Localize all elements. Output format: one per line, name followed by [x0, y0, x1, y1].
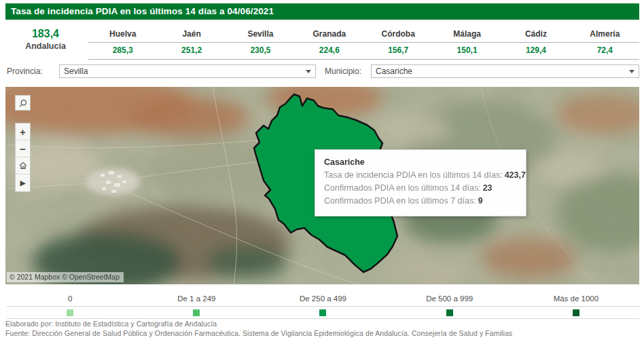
tooltip-value: 9 — [478, 196, 483, 206]
municipio-selected-value: Casariche — [376, 66, 625, 76]
search-icon — [18, 98, 28, 108]
province-header: Almería — [571, 27, 639, 43]
province-value: 156,7 — [364, 43, 433, 60]
province-header: Cádiz — [501, 27, 570, 43]
legend: 0 De 1 a 249 De 250 a 499 De 500 a 999 M… — [7, 292, 639, 319]
municipio-dropdown[interactable]: Casariche — [371, 64, 639, 78]
home-button[interactable] — [16, 157, 30, 174]
chevron-down-icon — [629, 70, 634, 73]
tooltip-row: Tasa de incidencia PDIA en los últimos 1… — [324, 169, 517, 182]
page-title: Tasa de incidencia PDIA en los últimos 1… — [5, 3, 639, 20]
legend-swatches — [7, 307, 639, 319]
andalucia-total-value: 183,4 — [5, 27, 86, 41]
province-value: 285,3 — [88, 43, 157, 60]
map-tooltip: Casariche Tasa de incidencia PDIA en los… — [315, 149, 526, 216]
footer: Elaborado por: Instituto de Estadística … — [5, 319, 639, 338]
tooltip-title: Casariche — [324, 157, 517, 167]
chevron-down-icon — [306, 70, 311, 73]
province-header: Sevilla — [226, 27, 295, 43]
zoom-in-icon: + — [20, 126, 26, 138]
province-value: 129,4 — [501, 43, 570, 60]
tooltip-label: Confirmados PDIA en los últimos 14 días: — [324, 183, 481, 193]
tooltip-label: Tasa de incidencia PDIA en los últimos 1… — [324, 170, 503, 180]
zoom-out-icon: − — [20, 143, 26, 155]
zoom-out-button[interactable]: − — [16, 140, 30, 157]
province-value: 72,4 — [571, 43, 639, 60]
legend-label: De 1 a 249 — [133, 292, 260, 306]
provincia-dropdown[interactable]: Sevilla — [59, 64, 316, 78]
andalucia-total-label: Andalucía — [5, 41, 86, 52]
province-value: 230,5 — [226, 43, 295, 60]
tooltip-row: Confirmados PDIA en los últimos 14 días:… — [324, 182, 517, 195]
legend-label: De 250 a 499 — [260, 292, 386, 306]
province-value: 150,1 — [433, 43, 501, 60]
legend-swatch[interactable] — [573, 309, 579, 316]
provincia-selected-value: Sevilla — [64, 66, 302, 76]
province-value: 224,6 — [295, 43, 363, 60]
map-control-group: + − ▶ — [15, 123, 31, 192]
home-icon — [18, 161, 28, 170]
legend-label: 0 — [7, 292, 133, 306]
legend-labels: 0 De 1 a 249 De 250 a 499 De 500 a 999 M… — [7, 292, 639, 307]
tooltip-label: Confirmados PDIA en los últimos 7 días: — [324, 196, 476, 206]
legend-swatch[interactable] — [319, 309, 326, 316]
province-header: Málaga — [433, 27, 501, 43]
provincia-label: Provincia: — [7, 66, 43, 76]
footer-elaborado: Elaborado por: Instituto de Estadística … — [5, 319, 639, 328]
province-value: 251,2 — [157, 43, 226, 60]
pan-right-icon: ▶ — [20, 179, 26, 187]
zoom-in-button[interactable]: + — [16, 124, 30, 140]
province-header: Huelva — [88, 27, 157, 43]
province-header: Jaén — [157, 27, 226, 43]
map-canvas[interactable]: + − ▶ Casariche Tasa de incidencia PDIA … — [5, 87, 639, 284]
province-table: Huelva Jaén Sevilla Granada Córdoba Mála… — [88, 27, 639, 60]
legend-swatch[interactable] — [67, 309, 73, 316]
province-header: Granada — [295, 27, 363, 43]
municipio-label: Municipio: — [325, 66, 361, 76]
legend-label: Más de 1000 — [513, 292, 639, 306]
pan-button[interactable]: ▶ — [16, 174, 30, 191]
map-search-button[interactable] — [15, 95, 31, 111]
tooltip-value: 23 — [483, 183, 493, 193]
map-attribution[interactable]: © 2021 Mapbox © OpenStreetMap — [7, 272, 124, 282]
legend-swatch[interactable] — [193, 309, 200, 316]
dashboard: Tasa de incidencia PDIA en los últimos 1… — [0, 0, 644, 342]
legend-label: De 500 a 999 — [387, 292, 513, 306]
andalucia-total: 183,4 Andalucía — [5, 27, 86, 52]
footer-fuente: Fuente: Dirección General de Salud Públi… — [5, 328, 639, 338]
legend-swatch[interactable] — [446, 309, 453, 316]
tooltip-value: 423,7 — [505, 170, 526, 180]
tooltip-row: Confirmados PDIA en los últimos 7 días:9 — [324, 195, 517, 208]
province-header: Córdoba — [364, 27, 433, 43]
